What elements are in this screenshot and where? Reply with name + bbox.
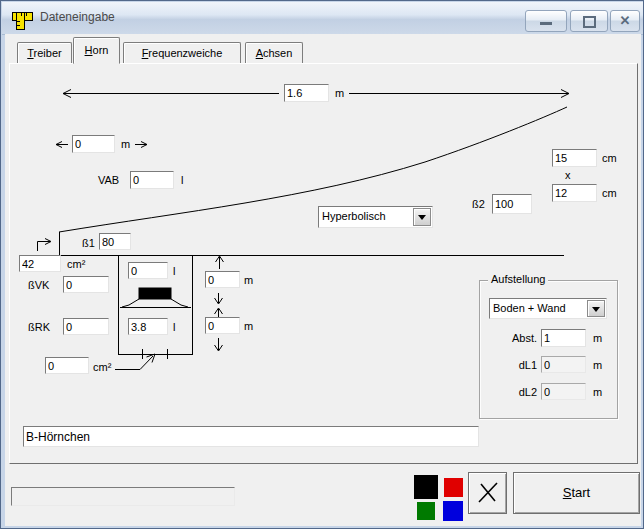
mouth-times-label: x (565, 169, 571, 181)
bvk-input[interactable] (63, 276, 109, 293)
rear-distance-input[interactable] (205, 317, 240, 334)
mouth-height-input[interactable] (552, 184, 597, 202)
chevron-down-icon (418, 215, 426, 220)
maximize-button[interactable] (570, 10, 608, 32)
ruler-app-icon (11, 8, 33, 30)
rear-chamber-volume-input[interactable] (128, 318, 168, 335)
x-icon (474, 479, 502, 507)
abst-label: Abst. (500, 332, 537, 344)
tab-achsen[interactable]: Achsen (245, 42, 303, 63)
dl2-label: dL2 (500, 386, 537, 398)
port-area-unit-label: cm² (93, 361, 111, 373)
chevron-down-icon (592, 307, 600, 312)
placement-dropdown-button[interactable] (587, 300, 605, 317)
beta2-input[interactable] (492, 194, 532, 214)
dialog-window: Dateneingabe ✕ Treiber Horn Frequenzweic… (0, 0, 644, 529)
progress-bar (11, 487, 235, 506)
mouth-width-input[interactable] (552, 149, 597, 167)
contour-value: Hyperbolisch (322, 210, 386, 222)
dl2-input[interactable] (541, 383, 586, 400)
abst-input[interactable] (541, 329, 586, 347)
front-volume-unit-label: l (173, 265, 175, 277)
beta1-label: ß1 (82, 237, 95, 249)
tab-horn[interactable]: Horn (73, 37, 120, 64)
dl1-label: dL1 (500, 359, 537, 371)
placement-select[interactable]: Boden + Wand (489, 298, 607, 319)
front-chamber-volume-input[interactable] (128, 262, 168, 279)
dl1-input[interactable] (541, 356, 586, 373)
project-name-input[interactable] (23, 426, 479, 447)
tab-treiber[interactable]: Treiber (17, 42, 72, 63)
color-swatch-green[interactable] (417, 502, 435, 520)
color-swatch-black[interactable] (414, 475, 438, 499)
beta2-label: ß2 (472, 198, 485, 210)
mouth-height-unit-label: cm (602, 187, 617, 199)
length-unit-label: m (335, 87, 344, 99)
contour-dropdown-button[interactable] (413, 208, 431, 226)
horn-length-input[interactable] (284, 84, 329, 102)
rear-distance-unit-label: m (244, 320, 253, 332)
front-distance-input[interactable] (205, 271, 240, 288)
delete-button[interactable] (468, 472, 507, 514)
vab-input[interactable] (130, 171, 174, 189)
aufstellung-title: Aufstellung (488, 273, 548, 285)
color-swatch-red[interactable] (444, 478, 463, 497)
tab-frequenzweiche[interactable]: Frequenzweiche (123, 42, 241, 63)
placement-value: Boden + Wand (493, 302, 566, 314)
abst-unit-label: m (593, 332, 602, 344)
horn-offset-input[interactable] (72, 135, 115, 153)
bvk-label: ßVK (28, 279, 49, 291)
brk-label: ßRK (28, 321, 50, 333)
front-distance-unit-label: m (244, 274, 253, 286)
rear-volume-unit-label: l (173, 321, 175, 333)
dl2-unit-label: m (593, 386, 602, 398)
mouth-width-unit-label: cm (602, 152, 617, 164)
close-icon: ✕ (611, 11, 639, 31)
window-title: Dateneingabe (40, 10, 115, 24)
color-swatch-blue[interactable] (443, 501, 463, 521)
vab-label: VAB (98, 174, 119, 186)
dl1-unit-label: m (593, 359, 602, 371)
maximize-icon (583, 16, 596, 28)
minimize-button[interactable] (525, 10, 567, 32)
start-button[interactable]: Start (513, 472, 640, 514)
port-area-input[interactable] (45, 357, 89, 374)
beta1-input[interactable] (99, 233, 131, 250)
close-button[interactable]: ✕ (610, 10, 640, 32)
offset-unit-label: m (121, 138, 130, 150)
throat-area-input[interactable] (19, 255, 61, 272)
throat-area-unit-label: cm² (67, 258, 85, 270)
vab-unit-label: l (181, 174, 183, 186)
minimize-icon (540, 22, 552, 25)
contour-select[interactable]: Hyperbolisch (318, 206, 433, 228)
brk-input[interactable] (63, 318, 109, 335)
